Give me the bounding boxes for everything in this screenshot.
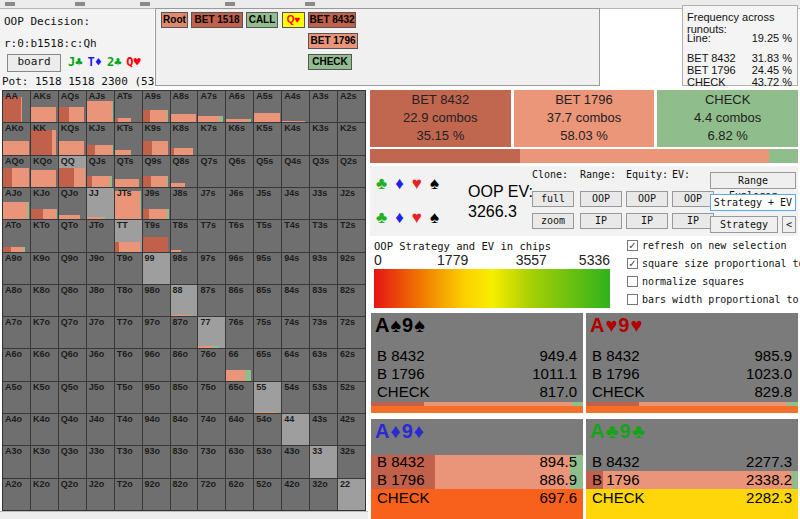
matrix-cell-87s[interactable]: 87s (198, 285, 225, 316)
matrix-cell-86o[interactable]: 86o (171, 349, 198, 380)
matrix-cell-KJs[interactable]: KJs (87, 123, 114, 154)
matrix-cell-82s[interactable]: 82s (338, 285, 365, 316)
range-ip-button[interactable]: IP (580, 213, 622, 229)
matrix-cell-A4o[interactable]: A4o (3, 414, 30, 445)
matrix-cell-74o[interactable]: 74o (198, 414, 225, 445)
matrix-cell-82o[interactable]: 82o (171, 479, 198, 510)
matrix-cell-75s[interactable]: 75s (254, 317, 281, 348)
matrix-cell-T4o[interactable]: T4o (115, 414, 142, 445)
matrix-cell-T7s[interactable]: T7s (198, 220, 225, 251)
matrix-cell-J5o[interactable]: J5o (87, 382, 114, 413)
matrix-cell-T9o[interactable]: T9o (115, 253, 142, 284)
matrix-cell-Q2s[interactable]: Q2s (338, 156, 365, 187)
matrix-cell-K9o[interactable]: K9o (31, 253, 58, 284)
matrix-cell-J3s[interactable]: J3s (310, 188, 337, 219)
matrix-cell-J3o[interactable]: J3o (87, 446, 114, 477)
matrix-cell-A6o[interactable]: A6o (3, 349, 30, 380)
strategy-button[interactable]: Strategy (710, 216, 778, 233)
matrix-cell-Q6o[interactable]: Q6o (59, 349, 86, 380)
matrix-cell-A8o[interactable]: A8o (3, 285, 30, 316)
matrix-cell-KQo[interactable]: KQo (31, 156, 58, 187)
matrix-cell-AQs[interactable]: AQs (59, 91, 86, 122)
matrix-cell-93s[interactable]: 93s (310, 253, 337, 284)
suit-icon[interactable]: ♥ (412, 208, 430, 227)
tree-node-bet-1518[interactable]: BET 1518 (191, 12, 243, 28)
matrix-cell-J9o[interactable]: J9o (87, 253, 114, 284)
matrix-cell-93o[interactable]: 93o (143, 446, 170, 477)
suit-icon[interactable]: ♣ (376, 208, 395, 227)
matrix-cell-66[interactable]: 66 (226, 349, 253, 380)
matrix-cell-62o[interactable]: 62o (226, 479, 253, 510)
matrix-cell-74s[interactable]: 74s (282, 317, 309, 348)
matrix-cell-ATo[interactable]: ATo (3, 220, 30, 251)
matrix-cell-T4s[interactable]: T4s (282, 220, 309, 251)
matrix-cell-Q5s[interactable]: Q5s (254, 156, 281, 187)
matrix-cell-A7s[interactable]: A7s (198, 91, 225, 122)
matrix-cell-JJ[interactable]: JJ (87, 188, 114, 219)
matrix-cell-97s[interactable]: 97s (198, 253, 225, 284)
matrix-cell-K4o[interactable]: K4o (31, 414, 58, 445)
tree-node-bet-1796[interactable]: BET 1796 (308, 33, 358, 49)
matrix-cell-Q5o[interactable]: Q5o (59, 382, 86, 413)
tree-node-q♥[interactable]: Q♥ (282, 12, 305, 28)
matrix-cell-84o[interactable]: 84o (171, 414, 198, 445)
matrix-cell-K2o[interactable]: K2o (31, 479, 58, 510)
matrix-cell-96s[interactable]: 96s (226, 253, 253, 284)
matrix-cell-J5s[interactable]: J5s (254, 188, 281, 219)
matrix-cell-84s[interactable]: 84s (282, 285, 309, 316)
matrix-cell-75o[interactable]: 75o (198, 382, 225, 413)
matrix-cell-J2o[interactable]: J2o (87, 479, 114, 510)
matrix-cell-T6s[interactable]: T6s (226, 220, 253, 251)
clone-full-button[interactable]: full (532, 191, 574, 207)
matrix-cell-77[interactable]: 77 (198, 317, 225, 348)
option-square-size[interactable]: ✓square size proportional to weight (627, 256, 800, 270)
matrix-cell-AA[interactable]: AA (3, 91, 30, 122)
matrix-cell-64o[interactable]: 64o (226, 414, 253, 445)
matrix-cell-94o[interactable]: 94o (143, 414, 170, 445)
matrix-cell-53s[interactable]: 53s (310, 382, 337, 413)
matrix-cell-54s[interactable]: 54s (282, 382, 309, 413)
matrix-cell-85o[interactable]: 85o (171, 382, 198, 413)
matrix-cell-KJo[interactable]: KJo (31, 188, 58, 219)
matrix-cell-99[interactable]: 99 (143, 253, 170, 284)
matrix-cell-A2s[interactable]: A2s (338, 91, 365, 122)
matrix-cell-T8s[interactable]: T8s (171, 220, 198, 251)
matrix-cell-94s[interactable]: 94s (282, 253, 309, 284)
matrix-cell-76o[interactable]: 76o (198, 349, 225, 380)
matrix-cell-QJs[interactable]: QJs (87, 156, 114, 187)
matrix-cell-KQs[interactable]: KQs (59, 123, 86, 154)
matrix-cell-T6o[interactable]: T6o (115, 349, 142, 380)
matrix-cell-A9s[interactable]: A9s (143, 91, 170, 122)
checkbox[interactable]: ✓ (627, 258, 638, 269)
option-normalize-squares[interactable]: normalize squares (627, 274, 744, 288)
matrix-cell-K6o[interactable]: K6o (31, 349, 58, 380)
tree-node-root[interactable]: Root (161, 12, 188, 28)
matrix-cell-T5s[interactable]: T5s (254, 220, 281, 251)
matrix-cell-K7o[interactable]: K7o (31, 317, 58, 348)
equity-ip-button[interactable]: IP (626, 213, 668, 229)
checkbox[interactable] (627, 276, 638, 287)
matrix-cell-Q4s[interactable]: Q4s (282, 156, 309, 187)
matrix-cell-AKs[interactable]: AKs (31, 91, 58, 122)
matrix-cell-32o[interactable]: 32o (310, 479, 337, 510)
matrix-cell-63o[interactable]: 63o (226, 446, 253, 477)
matrix-cell-A9o[interactable]: A9o (3, 253, 30, 284)
matrix-cell-QTo[interactable]: QTo (59, 220, 86, 251)
suit-icon[interactable]: ♦ (395, 208, 412, 227)
bottom-scroll-strip[interactable] (0, 511, 368, 519)
range-explorer-button[interactable]: Range Explorer (710, 172, 796, 189)
matrix-cell-A8s[interactable]: A8s (171, 91, 198, 122)
matrix-cell-J2s[interactable]: J2s (338, 188, 365, 219)
matrix-cell-AJs[interactable]: AJs (87, 91, 114, 122)
matrix-cell-A7o[interactable]: A7o (3, 317, 30, 348)
matrix-cell-J7o[interactable]: J7o (87, 317, 114, 348)
matrix-cell-A5o[interactable]: A5o (3, 382, 30, 413)
matrix-cell-42s[interactable]: 42s (338, 414, 365, 445)
matrix-cell-43o[interactable]: 43o (282, 446, 309, 477)
option-bars-width[interactable]: bars width proportional to weight (627, 292, 800, 306)
checkbox[interactable]: ✓ (627, 240, 638, 251)
matrix-cell-72s[interactable]: 72s (338, 317, 365, 348)
matrix-cell-JTo[interactable]: JTo (87, 220, 114, 251)
matrix-cell-83s[interactable]: 83s (310, 285, 337, 316)
matrix-cell-J7s[interactable]: J7s (198, 188, 225, 219)
